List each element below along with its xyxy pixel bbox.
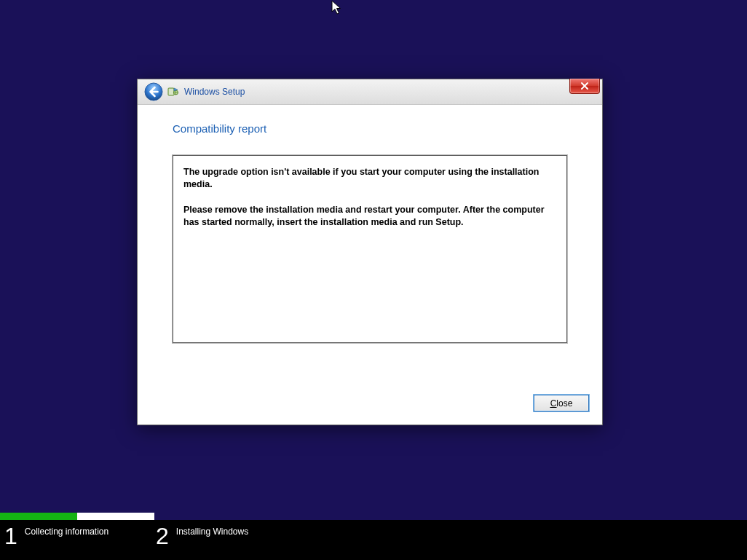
step-2: 2 Installing Windows xyxy=(156,524,248,548)
setup-icon xyxy=(167,85,180,98)
dialog-body: Compatibility report The upgrade option … xyxy=(138,105,602,395)
titlebar: Windows Setup xyxy=(138,79,602,105)
step-2-label: Installing Windows xyxy=(176,527,248,537)
back-arrow-icon xyxy=(144,82,163,101)
progress-step1-remaining xyxy=(77,513,154,520)
step-1: 1 Collecting information xyxy=(0,524,156,548)
close-button-rest: lose xyxy=(556,398,572,409)
mouse-cursor-icon xyxy=(331,0,343,16)
dialog-heading: Compatibility report xyxy=(173,122,567,135)
step-1-label: Collecting information xyxy=(25,527,108,537)
step-1-number: 1 xyxy=(4,524,17,548)
report-paragraph-1: The upgrade option isn't available if yo… xyxy=(183,166,556,191)
progress-step2 xyxy=(157,513,747,520)
report-paragraph-2: Please remove the installation media and… xyxy=(183,204,556,229)
dialog-footer: Close xyxy=(138,395,602,425)
close-window-button[interactable] xyxy=(569,79,600,94)
install-progress-area: 1 Collecting information 2 Installing Wi… xyxy=(0,513,747,560)
window-title: Windows Setup xyxy=(184,87,245,97)
step-2-number: 2 xyxy=(156,524,169,548)
progress-step1-done xyxy=(0,513,77,520)
svg-rect-1 xyxy=(168,88,174,95)
windows-setup-dialog: Windows Setup Compatibility report The u… xyxy=(137,79,603,425)
close-button[interactable]: Close xyxy=(534,395,589,411)
compatibility-report-box: The upgrade option isn't available if yo… xyxy=(173,155,567,343)
progress-track xyxy=(0,513,747,520)
back-button[interactable] xyxy=(143,82,164,102)
close-icon xyxy=(580,82,590,90)
steps-bar: 1 Collecting information 2 Installing Wi… xyxy=(0,520,747,560)
